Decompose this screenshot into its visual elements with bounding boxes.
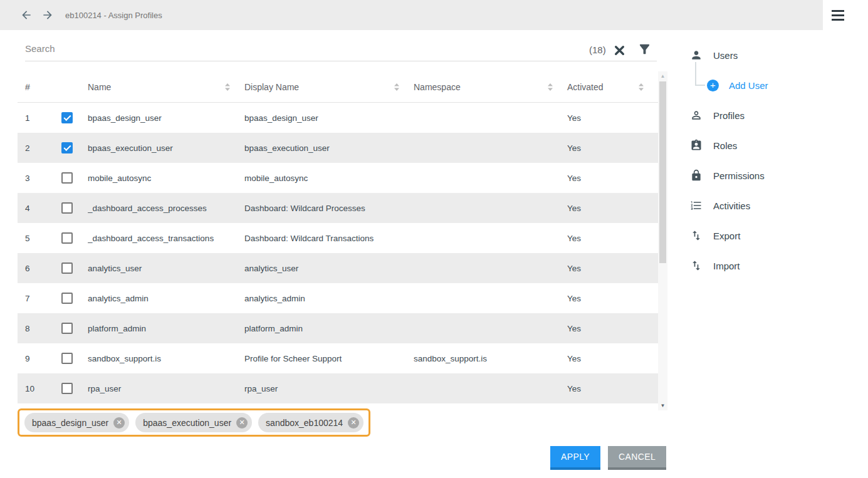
id-badge-icon — [689, 138, 703, 152]
cell-activated: Yes — [567, 264, 658, 273]
chip[interactable]: sandbox_eb100214 ✕ — [258, 413, 363, 432]
sidebar-item-users[interactable]: Users — [683, 40, 865, 70]
sort-icon — [638, 83, 644, 91]
chip[interactable]: bpaas_design_user ✕ — [24, 413, 129, 432]
sidebar-item-roles[interactable]: Roles — [683, 130, 865, 160]
table-row[interactable]: 8 platform_admin platform_admin Yes — [18, 313, 658, 343]
apply-button[interactable]: APPLY — [550, 446, 600, 470]
row-checkbox[interactable] — [61, 383, 73, 394]
cell-activated: Yes — [567, 143, 658, 153]
cell-display-name: analytics_admin — [244, 294, 414, 303]
sidebar-item-permissions[interactable]: Permissions — [683, 160, 865, 190]
chip[interactable]: bpaas_execution_user ✕ — [135, 413, 252, 432]
forward-arrow-icon[interactable] — [40, 8, 55, 23]
column-header-name[interactable]: Name — [88, 71, 244, 102]
cell-name: bpaas_execution_user — [88, 143, 244, 153]
import-export-icon — [689, 229, 703, 242]
cell-name: _dashboard_access_processes — [88, 204, 244, 213]
sidebar-item-export[interactable]: Export — [683, 221, 865, 251]
table-row[interactable]: 5 _dashboard_access_transactions Dashboa… — [18, 223, 658, 253]
table-row[interactable]: 3 mobile_autosync mobile_autosync Yes — [18, 163, 658, 193]
search-underline — [25, 61, 657, 61]
table-row[interactable]: 7 analytics_admin analytics_admin Yes — [18, 283, 658, 313]
cell-activated: Yes — [567, 234, 658, 243]
cell-activated: Yes — [567, 113, 658, 123]
table-scrollbar[interactable]: ▲ ▼ — [658, 71, 667, 410]
sidebar-item-profiles[interactable]: Profiles — [683, 100, 865, 130]
page-title: eb100214 - Assign Profiles — [65, 11, 162, 20]
chip-remove-icon[interactable]: ✕ — [236, 417, 248, 429]
numbered-list-icon — [689, 199, 703, 212]
table-row[interactable]: 10 rpa_user rpa_user Yes — [18, 373, 658, 403]
assign-profiles-screen: eb100214 - Assign Profiles (18) # Name D… — [0, 0, 868, 478]
row-checkbox[interactable] — [61, 323, 73, 334]
column-header-checkbox — [61, 71, 88, 102]
chip-remove-icon[interactable]: ✕ — [113, 417, 125, 429]
column-header-namespace[interactable]: Namespace — [414, 71, 567, 102]
table-row[interactable]: 4 _dashboard_access_processes Dashboard:… — [18, 193, 658, 223]
sort-icon — [224, 83, 231, 91]
cell-activated: Yes — [567, 174, 658, 183]
result-count: (18) — [589, 44, 606, 55]
cell-name: platform_admin — [88, 324, 244, 333]
sidebar-item-activities[interactable]: Activities — [683, 190, 865, 221]
cell-namespace: sandbox_support.is — [414, 354, 567, 363]
table-row[interactable]: 1 bpaas_design_user bpaas_design_user Ye… — [18, 103, 658, 133]
sort-icon — [394, 83, 400, 91]
cell-display-name: bpaas_execution_user — [244, 143, 414, 153]
person-outline-icon — [689, 108, 703, 122]
cancel-button[interactable]: CANCEL — [608, 446, 666, 470]
cell-activated: Yes — [567, 354, 658, 363]
chip-remove-icon[interactable]: ✕ — [348, 417, 359, 429]
row-checkbox[interactable] — [61, 232, 73, 244]
table-body: 1 bpaas_design_user bpaas_design_user Ye… — [18, 103, 658, 403]
cell-name: analytics_user — [88, 264, 244, 273]
row-checkbox[interactable] — [61, 262, 73, 274]
row-checkbox[interactable] — [61, 353, 73, 364]
row-checkbox[interactable] — [61, 293, 73, 304]
topbar: eb100214 - Assign Profiles — [0, 0, 823, 30]
cell-display-name: platform_admin — [244, 324, 414, 333]
cell-name: bpaas_design_user — [88, 113, 244, 123]
search-input[interactable] — [25, 38, 564, 58]
row-checkbox[interactable] — [61, 112, 73, 123]
row-checkbox[interactable] — [61, 172, 73, 184]
table-row[interactable]: 2 bpaas_execution_user bpaas_execution_u… — [18, 133, 658, 163]
scrollbar-thumb[interactable] — [659, 81, 666, 263]
table-row[interactable]: 9 sandbox_support.is Profile for Scheer … — [18, 343, 658, 373]
sidebar-item-add-user[interactable]: + Add User — [683, 70, 865, 100]
column-header-display-name[interactable]: Display Name — [244, 71, 414, 102]
table-row[interactable]: 6 analytics_user analytics_user Yes — [18, 253, 658, 283]
cell-activated: Yes — [567, 204, 658, 213]
import-export-icon — [689, 259, 703, 273]
scroll-down-icon[interactable]: ▼ — [658, 403, 667, 408]
cell-display-name: Dashboard: Wildcard Transactions — [244, 234, 414, 243]
cell-name: sandbox_support.is — [88, 354, 244, 363]
sidebar-item-import[interactable]: Import — [683, 251, 865, 281]
selection-highlight-box: bpaas_design_user ✕ bpaas_execution_user… — [18, 408, 370, 437]
row-checkbox[interactable] — [61, 142, 73, 153]
cell-display-name: Dashboard: Wildcard Processes — [244, 204, 414, 213]
tree-connector — [695, 62, 696, 86]
cell-name: _dashboard_access_transactions — [88, 234, 244, 243]
cell-display-name: bpaas_design_user — [244, 113, 414, 123]
row-checkbox[interactable] — [61, 202, 73, 214]
back-arrow-icon[interactable] — [19, 8, 34, 23]
add-plus-icon: + — [707, 80, 719, 91]
cell-display-name: rpa_user — [244, 384, 414, 393]
cell-display-name: Profile for Scheer Support — [244, 354, 414, 363]
cell-activated: Yes — [567, 384, 658, 393]
table-header: # Name Display Name Namespace Activated — [18, 71, 658, 103]
scroll-up-icon[interactable]: ▲ — [658, 73, 667, 79]
clear-search-icon[interactable] — [614, 44, 625, 56]
lock-icon — [689, 169, 703, 182]
column-header-activated[interactable]: Activated — [567, 71, 658, 102]
sidebar: Users + Add User Profiles Roles Permissi… — [683, 40, 865, 281]
cell-name: mobile_autosync — [88, 174, 244, 183]
cell-name: rpa_user — [88, 384, 244, 393]
filter-icon[interactable] — [637, 42, 652, 56]
column-header-num: # — [18, 71, 61, 102]
menu-icon[interactable] — [823, 0, 853, 30]
sort-icon — [547, 83, 553, 91]
cell-name: analytics_admin — [88, 294, 244, 303]
